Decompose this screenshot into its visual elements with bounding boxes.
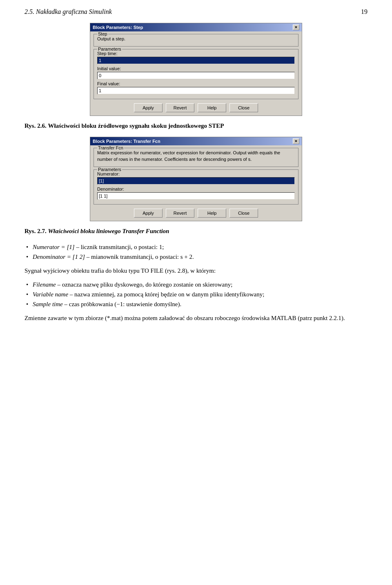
dialog1-close-btn[interactable]: ✕ bbox=[293, 24, 299, 30]
bullet-list-2: Filename – oznacza nazwę pliku dyskowego… bbox=[24, 280, 368, 309]
bullet2-3-text: – czas próbkowania (−1: ustawienie domyś… bbox=[63, 301, 181, 307]
bullet2-1-prefix: Filename bbox=[33, 281, 56, 288]
dialog2-denominator-label: Denominator: bbox=[97, 187, 295, 191]
dialog1-title: Block Parameters: Step bbox=[93, 25, 143, 30]
dialog2-body: Transfer Fcn Matrix expression for numer… bbox=[90, 145, 302, 221]
dialog2-numerator-row: Numerator: bbox=[97, 171, 295, 185]
dialog1-params-section: Parameters Step time: Initial value: Fin… bbox=[94, 49, 298, 99]
dialog2: Block Parameters: Transfer Fcn ✕ Transfe… bbox=[90, 137, 302, 221]
dialog2-titlebar: Block Parameters: Transfer Fcn ✕ bbox=[90, 137, 302, 145]
dialog1-body: Step Output a step. Parameters Step time… bbox=[90, 31, 302, 116]
dialog2-numerator-input[interactable] bbox=[97, 177, 295, 185]
dialog1-container: Block Parameters: Step ✕ Step Output a s… bbox=[24, 23, 368, 116]
dialog1: Block Parameters: Step ✕ Step Output a s… bbox=[90, 23, 302, 116]
dialog2-titlebar-buttons: ✕ bbox=[293, 138, 299, 144]
page-header: 2.5. Nakładka graficzna Simulink 19 bbox=[24, 8, 368, 16]
dialog2-params-label: Parameters bbox=[97, 167, 122, 172]
dialog2-tfcn-section: Transfer Fcn Matrix expression for numer… bbox=[94, 148, 298, 167]
list-item: Denominator = [1 2] – mianownik transmit… bbox=[24, 252, 368, 262]
dialog1-step-desc: Output a step. bbox=[97, 36, 295, 42]
bullet1-prefix: Numerator = [1] bbox=[33, 244, 75, 250]
bullet-list-1: Numerator = [1] – licznik transmitancji,… bbox=[24, 242, 368, 262]
dialog1-step-section-label: Step bbox=[97, 31, 108, 36]
caption1: Rys. 2.6. Właściwości bloku źródłowego s… bbox=[24, 122, 368, 129]
page-number: 19 bbox=[361, 8, 368, 16]
dialog1-steptime-row: Step time: bbox=[97, 51, 295, 64]
dialog2-close-button[interactable]: Close bbox=[229, 209, 258, 218]
bullet2-2-prefix: Variable name bbox=[33, 291, 68, 298]
dialog2-numerator-label: Numerator: bbox=[97, 171, 295, 176]
dialog1-revert-button[interactable]: Revert bbox=[166, 103, 194, 112]
dialog1-finalval-row: Final value: bbox=[97, 81, 295, 94]
dialog2-container: Block Parameters: Transfer Fcn ✕ Transfe… bbox=[24, 137, 368, 221]
dialog1-initval-input[interactable] bbox=[97, 72, 295, 79]
dialog1-finalval-input[interactable] bbox=[97, 87, 295, 94]
bullet2-2-text: – nazwa zmiennej, za pomocą której będzi… bbox=[68, 291, 264, 298]
dialog1-initval-label: Initial value: bbox=[97, 66, 295, 71]
dialog2-revert-button[interactable]: Revert bbox=[166, 209, 194, 218]
list-item: Variable name – nazwa zmiennej, za pomoc… bbox=[24, 289, 368, 299]
dialog1-titlebar: Block Parameters: Step ✕ bbox=[90, 23, 302, 31]
dialog2-apply-button[interactable]: Apply bbox=[134, 209, 163, 218]
bullet2-3-prefix: Sample time bbox=[33, 301, 63, 307]
caption2: Rys. 2.7. Właściwości bloku liniowego Tr… bbox=[24, 228, 368, 235]
dialog1-initval-row: Initial value: bbox=[97, 66, 295, 79]
list-item: Sample time – czas próbkowania (−1: usta… bbox=[24, 299, 368, 309]
caption1-prefix: Rys. 2.6. bbox=[24, 122, 47, 129]
bullet2-1-text: – oznacza nazwę pliku dyskowego, do któr… bbox=[56, 281, 233, 288]
caption2-prefix: Rys. 2.7. bbox=[24, 228, 47, 234]
dialog2-help-button[interactable]: Help bbox=[198, 209, 226, 218]
caption2-text: Właściwości bloku liniowego Transfer Fun… bbox=[48, 228, 169, 234]
dialog2-denominator-row: Denominator: bbox=[97, 187, 295, 200]
bullet1-text: – licznik transmitancji, o postaci: 1; bbox=[75, 244, 164, 250]
list-item: Filename – oznacza nazwę pliku dyskowego… bbox=[24, 280, 368, 289]
dialog1-finalval-label: Final value: bbox=[97, 81, 295, 86]
dialog1-buttons: Apply Revert Help Close bbox=[94, 102, 298, 113]
dialog1-steptime-input[interactable] bbox=[97, 57, 295, 64]
dialog2-denominator-input[interactable] bbox=[97, 192, 295, 200]
para1: Sygnał wyjściowy obiektu trafia do bloku… bbox=[24, 266, 368, 276]
dialog1-steptime-label: Step time: bbox=[97, 51, 295, 56]
dialog2-title: Block Parameters: Transfer Fcn bbox=[93, 139, 160, 144]
dialog1-close-button[interactable]: Close bbox=[229, 103, 258, 112]
dialog1-titlebar-buttons: ✕ bbox=[293, 24, 299, 30]
caption1-text: Właściwości bloku źródłowego sygnału sko… bbox=[48, 122, 224, 129]
dialog1-apply-button[interactable]: Apply bbox=[134, 103, 163, 112]
dialog2-params-section: Parameters Numerator: Denominator: bbox=[94, 169, 298, 205]
dialog2-tfcn-desc: Matrix expression for numerator, vector … bbox=[97, 150, 295, 162]
dialog1-step-section: Step Output a step. bbox=[94, 34, 298, 47]
dialog1-params-label: Parameters bbox=[97, 47, 122, 51]
dialog2-close-btn[interactable]: ✕ bbox=[293, 138, 299, 144]
chapter-title: 2.5. Nakładka graficzna Simulink bbox=[24, 8, 112, 16]
dialog2-tfcn-section-label: Transfer Fcn bbox=[97, 145, 124, 150]
bullet2-text: – mianownik transmitancji, o postaci: s … bbox=[85, 254, 194, 260]
dialog2-buttons: Apply Revert Help Close bbox=[94, 207, 298, 218]
para2: Zmienne zawarte w tym zbiorze (*.mat) mo… bbox=[24, 313, 368, 323]
dialog1-help-button[interactable]: Help bbox=[198, 103, 226, 112]
bullet2-prefix: Denominator = [1 2] bbox=[33, 254, 85, 260]
list-item: Numerator = [1] – licznik transmitancji,… bbox=[24, 242, 368, 252]
